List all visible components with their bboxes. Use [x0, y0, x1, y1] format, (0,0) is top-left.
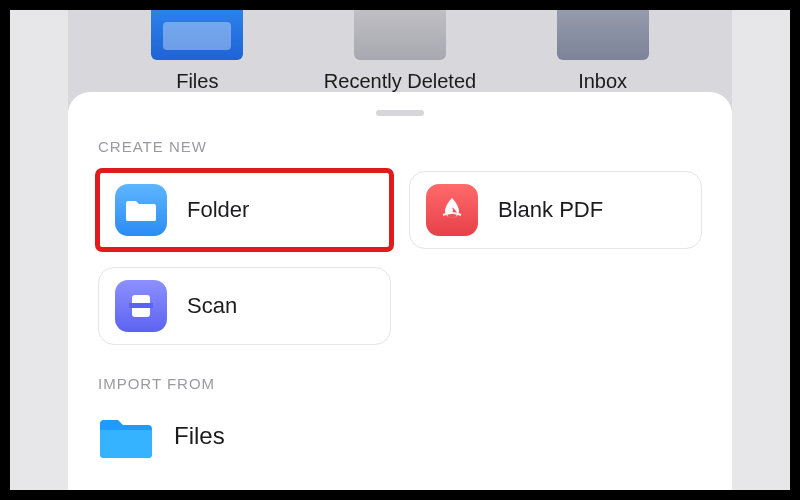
content-band: Files Recently Deleted Inbox CREATE NEW [68, 10, 732, 490]
sheet-grabber[interactable] [376, 110, 424, 116]
folder-icon [354, 10, 446, 60]
create-folder-label: Folder [187, 197, 249, 223]
bg-folder-label: Recently Deleted [324, 70, 476, 93]
bg-folder-label: Inbox [578, 70, 627, 93]
create-blank-pdf-tile[interactable]: Blank PDF [409, 171, 702, 249]
folder-icon [557, 10, 649, 60]
action-sheet: CREATE NEW Folder [68, 92, 732, 490]
background-folders-row: Files Recently Deleted Inbox [68, 10, 732, 93]
bg-folder-files[interactable]: Files [107, 10, 287, 93]
svg-rect-1 [129, 303, 153, 308]
bg-folder-label: Files [176, 70, 218, 93]
folder-icon [151, 10, 243, 60]
create-folder-tile[interactable]: Folder [98, 171, 391, 249]
folder-icon [115, 184, 167, 236]
create-blank-pdf-label: Blank PDF [498, 197, 603, 223]
scan-icon [115, 280, 167, 332]
import-from-heading: IMPORT FROM [98, 375, 702, 392]
create-scan-label: Scan [187, 293, 237, 319]
pdf-icon [426, 184, 478, 236]
bg-folder-recently-deleted[interactable]: Recently Deleted [310, 10, 490, 93]
import-files-row[interactable]: Files [98, 408, 702, 464]
app-frame: Files Recently Deleted Inbox CREATE NEW [10, 10, 790, 490]
import-files-label: Files [174, 422, 225, 450]
create-scan-tile[interactable]: Scan [98, 267, 391, 345]
create-new-grid: Folder Blank PDF [98, 171, 702, 345]
bg-folder-inbox[interactable]: Inbox [513, 10, 693, 93]
files-app-icon [100, 414, 152, 458]
create-new-heading: CREATE NEW [98, 138, 702, 155]
